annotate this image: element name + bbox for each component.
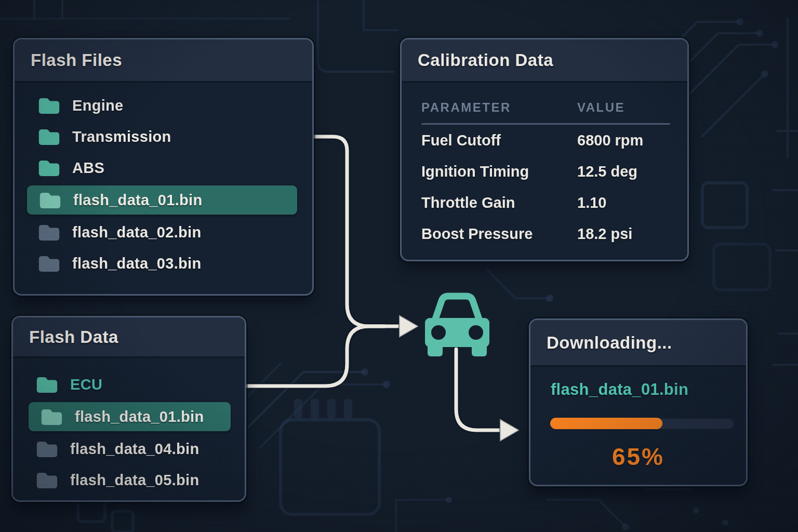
download-header: Downloading... xyxy=(530,320,746,367)
folder-icon xyxy=(35,439,59,459)
folder-item-engine[interactable]: Engine xyxy=(37,90,297,121)
ecu-flash-diagram: Flash Files Engine Transmission ABS flas… xyxy=(0,0,798,532)
flash-files-title: Flash Files xyxy=(31,50,122,70)
parameter-cell: Fuel Cutoff xyxy=(421,132,577,149)
folder-icon xyxy=(35,375,59,394)
list-item-label: ABS xyxy=(72,159,104,177)
folder-icon xyxy=(38,190,62,210)
arrowhead-into-download xyxy=(500,419,520,442)
value-cell: 18.2 psi xyxy=(577,225,632,243)
parameter-cell: Throttle Gain xyxy=(421,194,577,211)
progress-bar xyxy=(550,418,734,429)
column-header-value: VALUE xyxy=(577,100,625,115)
download-title: Downloading... xyxy=(547,333,672,353)
car-icon xyxy=(418,292,496,361)
file-item-flash-data-03-bin[interactable]: flash_data_03.bin xyxy=(37,248,297,279)
file-item-flash-data-05-bin[interactable]: flash_data_05.bin xyxy=(35,464,231,496)
flash-files-panel: Flash Files Engine Transmission ABS flas… xyxy=(13,38,314,296)
calibration-title: Calibration Data xyxy=(418,50,553,70)
flash-files-list: Engine Transmission ABS flash_data_01.bi… xyxy=(15,83,312,279)
download-filename: flash_data_01.bin xyxy=(551,380,746,399)
file-item-flash-data-02-bin[interactable]: flash_data_02.bin xyxy=(37,217,297,248)
flash-files-header: Flash Files xyxy=(15,39,312,83)
parameter-cell: Boost Pressure xyxy=(421,225,577,243)
file-item-flash-data-04-bin[interactable]: flash_data_04.bin xyxy=(35,433,231,464)
table-header-divider xyxy=(421,123,670,125)
flash-data-title: Flash Data xyxy=(29,327,118,347)
flash-data-header: Flash Data xyxy=(13,317,245,358)
list-item-label: flash_data_02.bin xyxy=(72,224,201,241)
download-panel: Downloading... flash_data_01.bin 65% xyxy=(529,318,748,486)
arrow-flash-data-to-car xyxy=(243,326,384,386)
value-cell: 1.10 xyxy=(577,194,606,211)
progress-fill xyxy=(550,418,662,429)
list-item-label: flash_data_01.bin xyxy=(75,408,204,425)
folder-icon xyxy=(37,127,61,147)
table-column-headers: PARAMETER VALUE xyxy=(402,100,687,115)
folder-icon xyxy=(37,254,61,273)
value-cell: 12.5 deg xyxy=(577,163,637,180)
folder-item-abs[interactable]: ABS xyxy=(37,152,297,183)
folder-item-ecu[interactable]: ECU xyxy=(35,369,231,400)
folder-icon xyxy=(35,470,59,490)
calibration-table-body: Fuel Cutoff 6800 rpm Ignition Timing 12.… xyxy=(402,125,687,249)
table-row: Throttle Gain 1.10 xyxy=(402,187,687,218)
folder-icon xyxy=(37,222,61,242)
arrow-flash-files-to-car xyxy=(311,137,399,326)
calibration-header: Calibration Data xyxy=(402,39,687,83)
list-item-label: flash_data_03.bin xyxy=(72,255,201,272)
progress-percent-label: 65% xyxy=(530,443,746,471)
table-row: Fuel Cutoff 6800 rpm xyxy=(402,125,687,156)
table-row: Ignition Timing 12.5 deg xyxy=(402,156,687,187)
file-item-flash-data-01-bin[interactable]: flash_data_01.bin xyxy=(27,185,297,215)
list-item-label: flash_data_05.bin xyxy=(70,472,199,489)
list-item-label: ECU xyxy=(70,376,102,393)
folder-item-transmission[interactable]: Transmission xyxy=(37,121,297,152)
flash-data-list: ECU flash_data_01.bin flash_data_04.bin … xyxy=(13,358,245,496)
list-item-label: flash_data_01.bin xyxy=(73,192,202,209)
arrowhead-into-car xyxy=(399,315,419,338)
list-item-label: Engine xyxy=(72,97,123,114)
list-item-label: Transmission xyxy=(72,128,171,145)
column-header-parameter: PARAMETER xyxy=(421,100,577,115)
arrow-car-to-download xyxy=(456,349,500,430)
folder-icon xyxy=(37,158,61,178)
table-row: Boost Pressure 18.2 psi xyxy=(402,218,687,249)
calibration-data-panel: Calibration Data PARAMETER VALUE Fuel Cu… xyxy=(400,38,689,261)
folder-icon xyxy=(37,96,61,115)
folder-icon xyxy=(40,407,63,427)
parameter-cell: Ignition Timing xyxy=(421,163,577,180)
list-item-label: flash_data_04.bin xyxy=(70,441,199,458)
value-cell: 6800 rpm xyxy=(577,132,643,149)
file-item-flash-data-01-bin[interactable]: flash_data_01.bin xyxy=(29,402,231,431)
flash-data-panel: Flash Data ECU flash_data_01.bin flash_d… xyxy=(11,316,246,502)
